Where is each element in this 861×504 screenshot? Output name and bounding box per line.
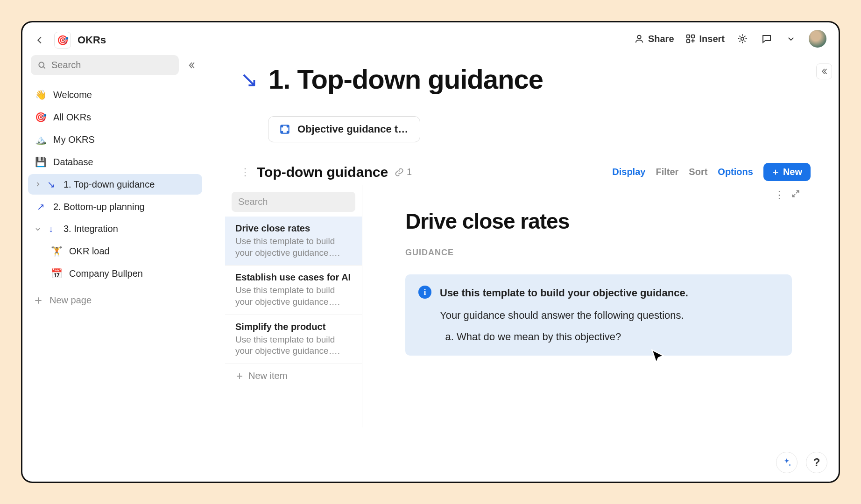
filter-button[interactable]: Filter <box>656 167 678 177</box>
page: ↘ 1. Top-down guidance Objective guidanc… <box>208 49 839 427</box>
plus-icon <box>34 296 43 305</box>
template-chip-label: Objective guidance te… <box>297 123 409 135</box>
plus-icon <box>235 372 244 380</box>
new-button-label: New <box>783 167 802 177</box>
nav-integration[interactable]: ↓ 3. Integration <box>28 219 202 239</box>
search-placeholder: Search <box>51 60 81 70</box>
detail-section-label: GUIDANCE <box>405 248 792 258</box>
list-item[interactable]: Drive close rates Use this template to b… <box>225 217 362 266</box>
arrow-down-icon: ↓ <box>45 224 57 234</box>
svg-point-8 <box>287 126 289 127</box>
weightlift-icon: 🏋️ <box>50 245 63 257</box>
callout-question-1: What do we mean by this objective? <box>457 329 688 344</box>
database-search-placeholder: Search <box>238 196 268 207</box>
mountain-icon: 🏔️ <box>35 134 47 145</box>
detail-title: Drive close rates <box>405 209 792 234</box>
svg-point-5 <box>741 37 744 40</box>
topbar: Share Insert <box>208 22 839 49</box>
nav-label: 2. Bottom-up planning <box>53 202 145 212</box>
detail-more-button[interactable]: ⋮ <box>774 189 784 201</box>
comments-button[interactable] <box>760 32 773 45</box>
database-title[interactable]: Top-down guidance <box>257 164 388 180</box>
grid-plus-icon <box>685 34 696 44</box>
guidance-callout: i Use this template to build your object… <box>405 274 792 356</box>
sparkle-icon <box>782 457 792 468</box>
svg-point-9 <box>282 132 283 133</box>
collapse-sidebar-button[interactable] <box>183 57 199 73</box>
link-count-value: 1 <box>407 167 412 177</box>
settings-button[interactable] <box>736 32 749 45</box>
sidebar-nav: 👋 Welcome 🎯 All OKRs 🏔️ My OKRS 💾 Databa… <box>22 80 208 288</box>
nav-label: Welcome <box>53 90 92 100</box>
list-item-title: Drive close rates <box>235 223 352 234</box>
nav-bottom-up-planning[interactable]: ↗ 2. Bottom-up planning <box>28 196 202 217</box>
more-menu-button[interactable] <box>784 32 797 45</box>
list-item[interactable]: Simplify the product Use this template t… <box>225 315 362 364</box>
ai-assist-button[interactable] <box>776 452 797 473</box>
template-chip[interactable]: Objective guidance te… <box>268 116 420 142</box>
workspace-icon[interactable]: 🎯 <box>54 32 71 49</box>
svg-rect-3 <box>691 35 694 38</box>
new-button[interactable]: New <box>763 163 811 181</box>
callout-body: Use this template to build your objectiv… <box>440 286 688 344</box>
nav-top-down-guidance[interactable]: ↘ 1. Top-down guidance <box>28 174 202 195</box>
link-count[interactable]: 1 <box>395 167 412 177</box>
nav-label: 3. Integration <box>64 224 118 234</box>
sidebar-header: 🎯 OKRs <box>22 28 208 55</box>
database-section: ⋮ Top-down guidance 1 Display Filter Sor… <box>240 163 811 427</box>
database-tools: Display Filter Sort Options New <box>612 163 811 181</box>
nav-all-okrs[interactable]: 🎯 All OKRs <box>28 107 202 127</box>
info-icon: i <box>418 286 431 299</box>
nav-my-okrs[interactable]: 🏔️ My OKRS <box>28 129 202 150</box>
svg-point-11 <box>789 464 791 466</box>
sort-button[interactable]: Sort <box>689 167 707 177</box>
database-body: Search Drive close rates Use this templa… <box>225 185 811 427</box>
search-input[interactable]: Search <box>31 55 179 75</box>
options-button[interactable]: Options <box>718 167 753 177</box>
nav-label: 1. Top-down guidance <box>64 179 155 190</box>
nav-label: Company Bullpen <box>69 268 143 279</box>
svg-point-0 <box>39 62 44 67</box>
sidebar: 🎯 OKRs Search 👋 Welcome 🎯 All OKRs 🏔️ <box>22 22 208 482</box>
nav-company-bullpen[interactable]: 📅 Company Bullpen <box>28 263 202 284</box>
workspace-title[interactable]: OKRs <box>78 34 106 46</box>
comment-icon <box>761 33 772 44</box>
collapse-right-pane-button[interactable] <box>816 63 832 79</box>
back-button[interactable] <box>32 32 48 48</box>
display-button[interactable]: Display <box>612 167 645 177</box>
insert-button[interactable]: Insert <box>685 34 725 44</box>
double-chevron-left-icon <box>820 67 828 76</box>
database-detail: ⋮ Drive close rates GUIDANCE i Use this … <box>362 185 811 427</box>
help-button[interactable]: ? <box>806 452 827 473</box>
chevron-down-icon <box>787 35 795 43</box>
arrow-down-right-icon: ↘ <box>45 179 57 190</box>
drag-handle[interactable]: ⋮ <box>240 166 250 178</box>
nav-label: OKR load <box>69 246 110 257</box>
share-button[interactable]: Share <box>634 34 674 44</box>
nav-label: My OKRS <box>53 134 95 145</box>
database-search-input[interactable]: Search <box>232 192 355 212</box>
chevron-right-icon[interactable] <box>35 181 41 188</box>
chevron-down-icon[interactable] <box>35 226 41 232</box>
nav-welcome[interactable]: 👋 Welcome <box>28 84 202 105</box>
nav-okr-load[interactable]: 🏋️ OKR load <box>28 241 202 261</box>
new-page-button[interactable]: New page <box>22 288 208 312</box>
callout-title: Use this template to build your objectiv… <box>440 286 688 301</box>
nav-database[interactable]: 💾 Database <box>28 152 202 172</box>
calendar-icon: 📅 <box>50 268 63 279</box>
nav-label: All OKRs <box>53 112 91 123</box>
svg-point-1 <box>637 35 641 39</box>
new-page-label: New page <box>49 295 92 306</box>
avatar[interactable] <box>809 30 826 48</box>
arrow-down-right-icon: ↘ <box>240 67 258 92</box>
svg-point-7 <box>282 126 283 127</box>
search-row: Search <box>22 55 208 80</box>
plus-icon <box>772 168 779 176</box>
insert-label: Insert <box>699 34 725 44</box>
search-icon <box>37 61 47 70</box>
new-item-button[interactable]: New item <box>225 364 362 388</box>
database-icon: 💾 <box>35 156 47 168</box>
list-item[interactable]: Establish use cases for AI Use this temp… <box>225 266 362 315</box>
expand-button[interactable] <box>791 189 800 201</box>
list-item-desc: Use this template to build your objectiv… <box>235 285 352 308</box>
